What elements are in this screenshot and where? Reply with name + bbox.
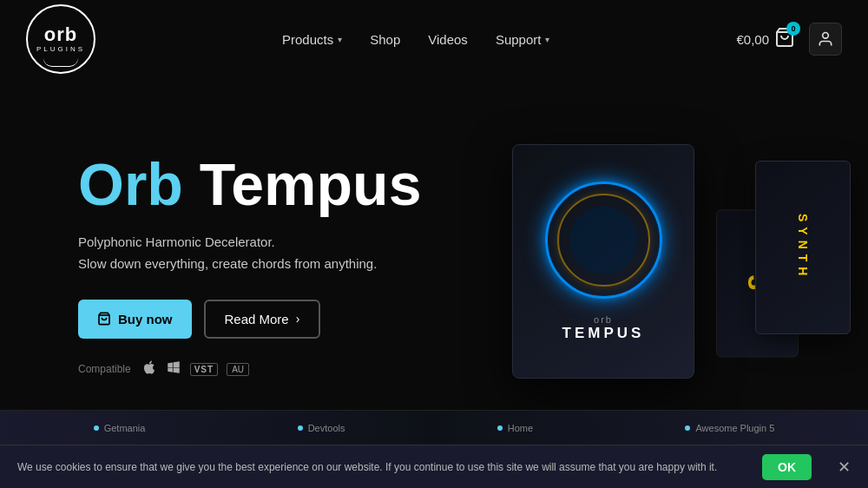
hero-product-image: 3 SYNTH orb TEMPUS [477, 78, 868, 445]
promo-item-1: Getmania [94, 423, 146, 433]
buy-now-label: Buy now [118, 312, 173, 326]
promo-text-4: Awesome Plugin 5 [695, 423, 774, 433]
compatible-label: Compatible [78, 363, 131, 375]
hero-buttons: Buy now Read More › [78, 300, 421, 339]
product-box-main: orb TEMPUS [512, 144, 694, 379]
nav-links: Products ▾ Shop Videos Support ▾ [282, 32, 549, 47]
cookie-banner: We use cookies to ensure that we give yo… [0, 445, 868, 488]
chevron-down-icon-support: ▾ [545, 35, 549, 44]
au-badge: AU [227, 363, 249, 376]
promo-text-1: Getmania [104, 423, 146, 433]
nav-label-videos: Videos [428, 32, 468, 47]
promo-bar: Getmania Devtools Home Awesome Plugin 5 [0, 410, 868, 445]
chevron-down-icon: ▾ [338, 35, 342, 44]
user-account-button[interactable] [809, 23, 842, 56]
hero-title: Orb Tempus [78, 152, 421, 217]
nav-item-videos[interactable]: Videos [428, 32, 468, 47]
nav-right: €0,00 0 [736, 23, 842, 56]
cookie-close-button[interactable]: ✕ [838, 458, 851, 477]
cart-area[interactable]: €0,00 0 [736, 27, 795, 51]
logo[interactable]: orb PLUGINS [26, 4, 95, 74]
read-more-button[interactable]: Read More › [204, 300, 321, 339]
shopping-bag-icon [97, 312, 111, 326]
buy-now-button[interactable]: Buy now [78, 300, 192, 339]
promo-dot-2 [298, 425, 303, 431]
nav-item-shop[interactable]: Shop [370, 32, 400, 47]
read-more-label: Read More [225, 312, 289, 326]
promo-text-2: Devtools [308, 423, 345, 433]
cookie-ok-button[interactable]: OK [762, 454, 812, 480]
product-name: orb [562, 314, 645, 325]
cart-icon-wrap: 0 [774, 27, 795, 51]
logo-circle: orb PLUGINS [26, 4, 95, 74]
nav-label-shop: Shop [370, 32, 400, 47]
hero-title-orb: Orb [78, 151, 183, 217]
nav-item-products[interactable]: Products ▾ [282, 32, 342, 47]
promo-item-4: Awesome Plugin 5 [685, 423, 774, 433]
product-box-back1: SYNTH [755, 161, 851, 334]
product-title: TEMPUS [562, 325, 645, 342]
apple-icon [141, 359, 157, 379]
logo-arc [43, 58, 78, 67]
back1-text: SYNTH [796, 214, 810, 280]
nav-label-products: Products [282, 32, 333, 47]
promo-item-2: Devtools [298, 423, 345, 433]
nav-label-support: Support [496, 32, 542, 47]
hero-section: Orb Tempus Polyphonic Harmonic Decelerat… [0, 78, 868, 445]
promo-text-3: Home [508, 423, 533, 433]
compat-icons: VST AU [141, 359, 249, 379]
hero-title-tempus: Tempus [200, 151, 422, 217]
hero-subtitle-line2: Slow down everything, create chords from… [78, 256, 377, 271]
promo-item-3: Home [497, 423, 533, 433]
promo-dot-1 [94, 425, 99, 431]
svg-point-1 [823, 33, 829, 39]
user-icon [817, 30, 834, 48]
cart-badge: 0 [786, 22, 800, 36]
hero-subtitle: Polyphonic Harmonic Decelerator. Slow do… [78, 231, 421, 275]
vst-badge: VST [190, 363, 218, 376]
promo-dot-3 [497, 425, 503, 431]
cart-price: €0,00 [736, 32, 769, 47]
hero-subtitle-line1: Polyphonic Harmonic Decelerator. [78, 234, 275, 249]
logo-orb-text: orb [44, 25, 77, 44]
navbar: orb PLUGINS Products ▾ Shop Videos Suppo… [0, 0, 868, 78]
compatible-row: Compatible VST AU [78, 359, 421, 379]
chevron-right-icon: › [296, 312, 300, 326]
logo-plugins-text: PLUGINS [36, 45, 85, 53]
hero-content: Orb Tempus Polyphonic Harmonic Decelerat… [0, 143, 421, 379]
cookie-text: We use cookies to ensure that we give yo… [17, 461, 745, 473]
windows-icon [166, 359, 181, 379]
promo-dot-4 [685, 425, 690, 431]
nav-item-support[interactable]: Support ▾ [496, 32, 550, 47]
